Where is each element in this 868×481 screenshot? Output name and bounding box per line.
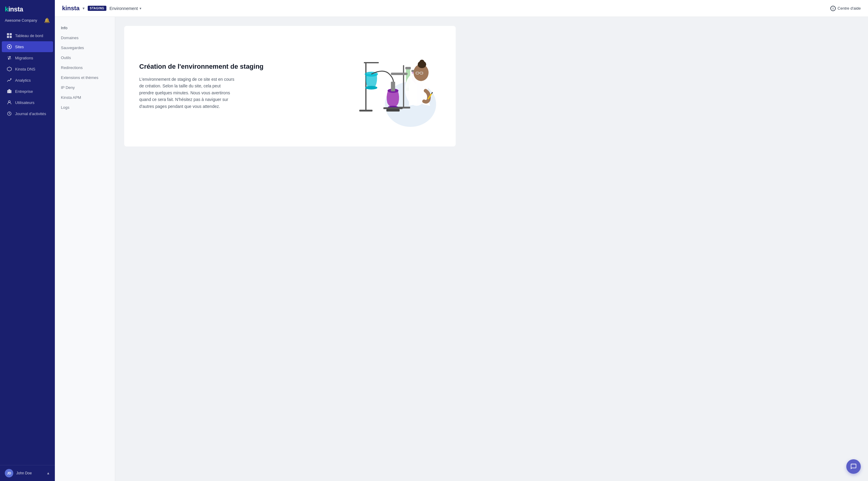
- env-chevron-icon: ▾: [140, 6, 141, 10]
- sidebar-item-kinsta-dns[interactable]: Kinsta DNS: [2, 64, 53, 74]
- page-content: Création de l'environnement de staging L…: [115, 17, 868, 481]
- chevron-up-icon: ▲: [46, 471, 50, 475]
- svg-rect-26: [391, 73, 407, 75]
- sidebar-item-sites[interactable]: Sites: [2, 41, 53, 52]
- sidebar-label-entreprise: Entreprise: [15, 89, 33, 94]
- sidebar-label-migrations: Migrations: [15, 56, 33, 60]
- sidebar: kinsta Awesome Company 🔔 Tableau de bord: [0, 0, 55, 481]
- svg-rect-22: [405, 67, 411, 69]
- svg-rect-14: [359, 110, 373, 111]
- svg-marker-6: [7, 67, 11, 71]
- svg-rect-2: [7, 36, 9, 38]
- card-illustration: [344, 44, 441, 128]
- sidebar-label-journal: Journal d'activités: [15, 111, 46, 116]
- sidebar-header: kinsta: [0, 0, 55, 18]
- topbar: kinsta ▾ STAGING Environnement ▾ i Centr…: [55, 0, 868, 17]
- sidebar-label-tableau: Tableau de bord: [15, 33, 43, 38]
- migrations-icon: [7, 55, 12, 61]
- company-row: Awesome Company 🔔: [0, 18, 55, 27]
- sidebar-item-migrations[interactable]: Migrations: [2, 53, 53, 63]
- sidebar-nav: Tableau de bord Sites Migrations: [0, 27, 55, 465]
- svg-rect-31: [386, 109, 400, 111]
- secondary-nav-sauvegardes[interactable]: Sauvegardes: [55, 43, 115, 53]
- svg-rect-15: [364, 62, 379, 63]
- dns-icon: [7, 66, 12, 72]
- analytics-icon: [7, 77, 12, 83]
- card-text: Création de l'environnement de staging L…: [139, 63, 332, 110]
- sidebar-label-kinsta-dns: Kinsta DNS: [15, 67, 35, 71]
- users-icon: [7, 100, 12, 105]
- secondary-nav-ip-deny[interactable]: IP Deny: [55, 83, 115, 93]
- kinsta-logo: kinsta: [5, 5, 23, 13]
- card-description: L'environnement de staging de ce site es…: [139, 76, 236, 110]
- main-area: kinsta ▾ STAGING Environnement ▾ i Centr…: [55, 0, 868, 481]
- card-title: Création de l'environnement de staging: [139, 63, 332, 70]
- sidebar-label-analytics: Analytics: [15, 78, 31, 83]
- svg-point-10: [8, 101, 10, 102]
- user-name: John Doe: [16, 471, 43, 475]
- sidebar-item-entreprise[interactable]: Entreprise: [2, 86, 53, 97]
- svg-rect-18: [403, 65, 404, 107]
- sidebar-item-tableau[interactable]: Tableau de bord: [2, 30, 53, 41]
- secondary-nav-extensions[interactable]: Extensions et thèmes: [55, 73, 115, 83]
- secondary-nav-logs[interactable]: Logs: [55, 102, 115, 113]
- sidebar-item-utilisateurs[interactable]: Utilisateurs: [2, 97, 53, 108]
- secondary-nav-domaines[interactable]: Domaines: [55, 33, 115, 43]
- help-icon: i: [830, 6, 836, 11]
- sidebar-footer[interactable]: JD John Doe ▲: [0, 465, 55, 481]
- svg-rect-13: [365, 62, 367, 110]
- staging-badge: STAGING: [88, 6, 106, 11]
- chat-button[interactable]: [846, 459, 861, 474]
- bell-icon[interactable]: 🔔: [44, 18, 50, 23]
- svg-rect-9: [9, 92, 10, 93]
- journal-icon: [7, 111, 12, 116]
- topbar-logo: kinsta: [62, 5, 80, 12]
- entreprise-icon: [7, 89, 12, 94]
- environment-dropdown[interactable]: Environnement ▾: [110, 6, 141, 11]
- sidebar-label-utilisateurs: Utilisateurs: [15, 100, 34, 105]
- svg-rect-30: [383, 107, 403, 109]
- svg-rect-0: [7, 33, 9, 35]
- help-center[interactable]: i Centre d'aide: [830, 6, 861, 11]
- avatar: JD: [5, 469, 13, 477]
- secondary-nav-kinsta-apm[interactable]: Kinsta APM: [55, 93, 115, 102]
- sites-icon: [7, 44, 12, 50]
- sidebar-item-journal[interactable]: Journal d'activités: [2, 108, 53, 119]
- secondary-nav-outils[interactable]: Outils: [55, 53, 115, 63]
- sidebar-item-analytics[interactable]: Analytics: [2, 75, 53, 86]
- svg-rect-1: [10, 33, 12, 35]
- svg-point-5: [9, 46, 10, 47]
- svg-point-17: [365, 86, 377, 90]
- staging-creation-card: Création de l'environnement de staging L…: [124, 26, 456, 147]
- help-center-label: Centre d'aide: [838, 6, 861, 10]
- secondary-nav-redirections[interactable]: Redirections: [55, 63, 115, 73]
- secondary-nav-info[interactable]: Info: [55, 23, 115, 33]
- svg-rect-8: [8, 89, 10, 90]
- svg-rect-3: [10, 36, 12, 38]
- svg-rect-28: [391, 82, 395, 91]
- svg-point-35: [420, 60, 424, 64]
- environment-label: Environnement: [110, 6, 138, 11]
- company-name: Awesome Company: [5, 19, 37, 23]
- dashboard-icon: [7, 33, 12, 38]
- secondary-sidebar: Info Domaines Sauvegardes Outils Redirec…: [55, 17, 115, 481]
- sidebar-label-sites: Sites: [15, 44, 24, 49]
- topbar-chevron-icon[interactable]: ▾: [83, 6, 85, 10]
- topbar-left: kinsta ▾ STAGING Environnement ▾: [62, 5, 141, 12]
- content-area: Info Domaines Sauvegardes Outils Redirec…: [55, 17, 868, 481]
